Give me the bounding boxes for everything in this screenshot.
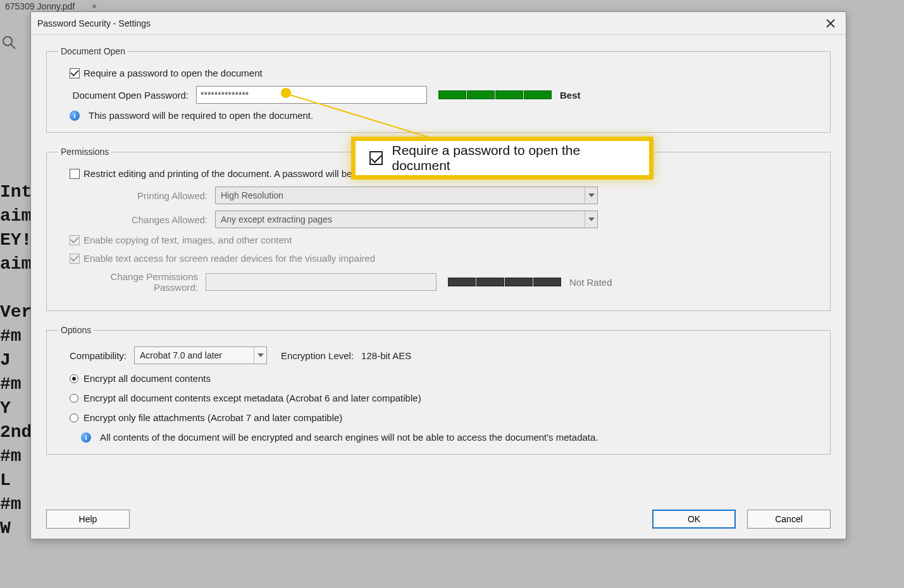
svg-point-0 bbox=[3, 37, 12, 46]
bg-text: #m bbox=[0, 494, 30, 514]
chevron-down-icon bbox=[254, 347, 266, 364]
document-open-group: Document Open Require a password to open… bbox=[46, 46, 831, 133]
perm-password-label: Change Permissions Password: bbox=[70, 271, 206, 293]
callout-checkbox-icon bbox=[369, 151, 383, 165]
search-icon bbox=[1, 35, 16, 50]
enable-copy-checkbox bbox=[70, 235, 80, 245]
open-password-info: This password will be required to open t… bbox=[89, 110, 313, 121]
help-button[interactable]: Help bbox=[46, 510, 130, 529]
encrypt-attachments-radio[interactable] bbox=[70, 413, 78, 422]
bg-text: aim bbox=[0, 254, 30, 274]
encryption-level-label: Encryption Level: bbox=[281, 350, 354, 361]
restrict-editing-checkbox[interactable] bbox=[70, 169, 80, 179]
bg-text: 2nd bbox=[0, 422, 30, 442]
permissions-legend: Permissions bbox=[58, 147, 111, 157]
changes-allowed-select[interactable]: Any except extracting pages bbox=[215, 211, 598, 228]
ok-button[interactable]: OK bbox=[652, 510, 736, 529]
enable-access-label: Enable text access for screen reader dev… bbox=[84, 253, 375, 264]
dialog-title: Password Security - Settings bbox=[37, 18, 151, 28]
bg-text: Y bbox=[0, 398, 30, 418]
encrypt-except-metadata-label: Encrypt all document contents except met… bbox=[84, 393, 421, 403]
enable-access-checkbox bbox=[70, 254, 80, 264]
chevron-down-icon bbox=[585, 211, 597, 228]
changes-allowed-label: Changes Allowed: bbox=[70, 214, 215, 225]
callout-anchor-dot bbox=[281, 88, 291, 98]
tab-filename: 675309 Jonny.pdf bbox=[0, 1, 80, 11]
perm-password-strength-text: Not Rated bbox=[569, 277, 612, 288]
dialog-titlebar: Password Security - Settings bbox=[31, 12, 846, 35]
encrypt-attachments-label: Encrypt only file attachments (Acrobat 7… bbox=[84, 412, 342, 423]
compatibility-select[interactable]: Acrobat 7.0 and later bbox=[134, 346, 267, 364]
bg-text: W bbox=[0, 518, 30, 538]
options-group: Options Compatibility: Acrobat 7.0 and l… bbox=[46, 325, 831, 455]
printing-allowed-label: Printing Allowed: bbox=[70, 190, 215, 201]
bg-text: #m bbox=[0, 374, 30, 394]
open-password-strength bbox=[438, 90, 552, 99]
options-legend: Options bbox=[58, 325, 94, 335]
bg-text: EY! bbox=[0, 230, 30, 250]
dialog-button-bar: Help OK Cancel bbox=[46, 510, 831, 529]
password-security-dialog: Password Security - Settings Document Op… bbox=[30, 11, 846, 539]
info-icon: i bbox=[70, 111, 80, 121]
bg-text: #m bbox=[0, 446, 30, 466]
changes-allowed-value: Any except extracting pages bbox=[221, 214, 332, 224]
dialog-close-button[interactable] bbox=[822, 15, 839, 32]
encrypt-all-label: Encrypt all document contents bbox=[84, 373, 211, 384]
tab-close-x: × bbox=[92, 1, 97, 11]
encrypt-all-radio[interactable] bbox=[70, 374, 78, 383]
callout-highlight: Require a password to open the document bbox=[351, 137, 653, 180]
encrypt-except-metadata-radio[interactable] bbox=[70, 394, 78, 403]
callout-text: Require a password to open the document bbox=[392, 143, 635, 173]
require-open-password-checkbox[interactable] bbox=[70, 68, 80, 78]
bg-text: Int bbox=[0, 182, 30, 202]
enable-copy-label: Enable copying of text, images, and othe… bbox=[84, 235, 292, 245]
printing-allowed-select[interactable]: High Resolution bbox=[215, 187, 598, 204]
chevron-down-icon bbox=[585, 187, 597, 204]
compatibility-value: Acrobat 7.0 and later bbox=[140, 350, 222, 360]
bg-text: #m bbox=[0, 326, 30, 346]
open-password-label: Document Open Password: bbox=[70, 90, 196, 101]
bg-text: Ver bbox=[0, 302, 30, 322]
perm-password-strength bbox=[448, 278, 562, 286]
info-icon: i bbox=[81, 432, 91, 443]
cancel-button[interactable]: Cancel bbox=[747, 510, 831, 529]
perm-password-input bbox=[206, 273, 437, 291]
bg-text: J bbox=[0, 350, 30, 370]
printing-allowed-value: High Resolution bbox=[221, 190, 283, 200]
bg-text: aim bbox=[0, 206, 30, 226]
encryption-level-value: 128-bit AES bbox=[361, 350, 411, 361]
document-open-legend: Document Open bbox=[58, 46, 128, 56]
compatibility-label: Compatibility: bbox=[70, 350, 127, 361]
open-password-strength-text: Best bbox=[560, 90, 581, 101]
options-info-text: All contents of the document will be enc… bbox=[100, 432, 598, 443]
bg-text: L bbox=[0, 470, 30, 490]
svg-line-1 bbox=[11, 44, 15, 49]
require-open-password-label: Require a password to open the document bbox=[84, 68, 263, 78]
